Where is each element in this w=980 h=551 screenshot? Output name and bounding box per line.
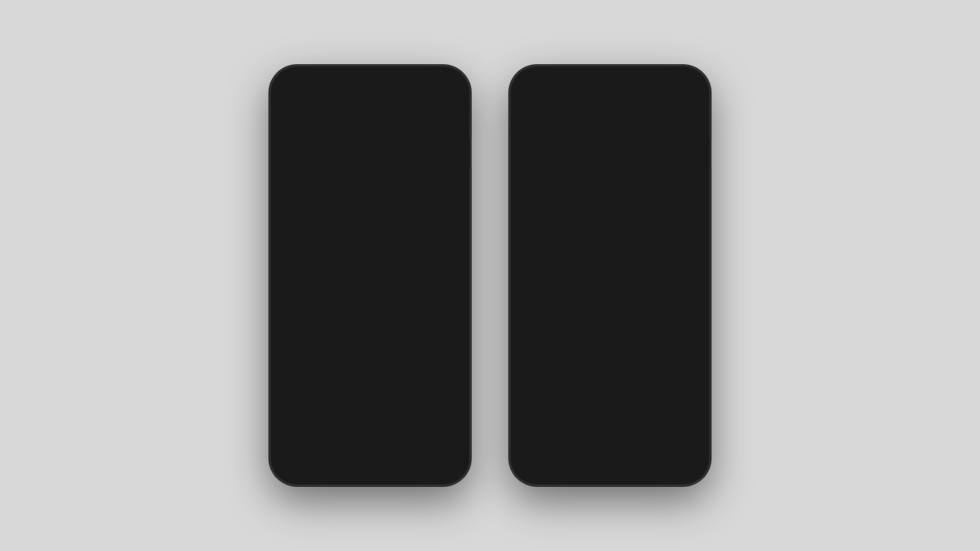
nav-posters-1[interactable]: POSTERS — [419, 441, 462, 454]
battery-fill-2 — [683, 80, 691, 83]
wifi-icon-1: wifi — [431, 79, 440, 85]
phone-1-screen: 海鮮飯店 東京 明星 ↙ 9:41 — [275, 70, 465, 481]
phone-1: 海鮮飯店 東京 明星 ↙ 9:41 — [271, 66, 470, 485]
loading-spinner-2 — [606, 121, 617, 132]
thumb-bridge-1[interactable]: 🌉 — [355, 391, 390, 427]
nav-library-1[interactable]: LIBRARY — [372, 441, 412, 454]
nav-scenes-2[interactable]: SCENES — [518, 441, 557, 454]
signal-bars-2 — [661, 79, 669, 85]
scene-label-2: MILLENNIUM FALCON — [569, 367, 651, 379]
cancel-button-2[interactable]: Cancel — [525, 97, 552, 107]
scene-label-1: METROPOLIS — [342, 367, 399, 379]
select-text-1: Select — [318, 406, 338, 413]
thumb-select-inner-2: Select — [591, 390, 629, 429]
thumb-bridge-inner-1: 🌉 — [356, 392, 389, 426]
tunnel-arch — [514, 70, 705, 223]
battery-icon-1 — [442, 79, 453, 85]
desert-emoji: 🏜️ — [691, 404, 702, 415]
thumb-desert-inner-2: 🏜️ — [679, 392, 705, 426]
signal-bar-2-2 — [663, 82, 665, 85]
signal-bar-2 — [423, 82, 425, 85]
thumb-bridge-inner-2: 🌉 — [549, 392, 582, 426]
thumb-desert-2[interactable]: 🏜️ — [678, 391, 705, 427]
carousel-2: ✨ 🌉 Select ⬛ 🏜️ — [514, 389, 705, 430]
hologram-lines — [544, 220, 676, 414]
signal-bar-1 — [421, 83, 423, 85]
nav-items-1: SCENES CAMERA LIBRARY POSTERS — [275, 441, 465, 454]
signal-bar-2-3 — [665, 80, 667, 85]
bottom-nav-2: SCENES CAMERA LIBRARY POSTERS — [514, 435, 705, 481]
status-icons-2: wifi — [661, 79, 693, 85]
thumb-robot-1[interactable]: 🤖 — [397, 391, 432, 427]
signal-bar-2-4 — [667, 79, 669, 85]
thumb-stormtrooper-2[interactable]: ⬛ — [636, 391, 672, 427]
battery-fill-1 — [444, 80, 445, 83]
status-icons-1: wifi — [421, 79, 453, 85]
neon-arrows: ↙ — [285, 111, 295, 126]
home-indicator-2 — [584, 475, 635, 478]
neon-sign-chinese-1: 海鮮飯店 — [439, 121, 455, 138]
time-1: 9:41 — [287, 78, 301, 86]
nav-camera-1[interactable]: CAMERA — [324, 441, 364, 454]
neon-sign-vertical-2: 明星 — [305, 142, 316, 150]
robot-emoji-1: 🤖 — [408, 403, 421, 415]
cancel-button-1[interactable]: Cancel — [285, 97, 312, 107]
wifi-icon-2: wifi — [671, 79, 680, 85]
signal-bar-4 — [427, 79, 429, 85]
camera-flip-icon-2 — [681, 100, 691, 110]
thumb-robot-inner-1: 🤖 — [398, 392, 431, 426]
bottom-nav-1: SCENES CAMERA LIBRARY POSTERS — [275, 435, 465, 481]
dark-emoji: ✨ — [518, 404, 529, 415]
signal-bar-3 — [425, 80, 427, 85]
bridge-emoji-2: 🌉 — [559, 403, 573, 416]
thumb-bridge-2[interactable]: 🌉 — [548, 391, 583, 427]
camera-flip-button-1[interactable] — [437, 96, 455, 114]
thumb-select-2[interactable]: Select — [590, 389, 630, 430]
nav-library-2[interactable]: LIBRARY — [611, 441, 652, 454]
bridge-emoji-1: 🌉 — [365, 402, 380, 416]
nav-posters-2[interactable]: POSTERS — [658, 441, 702, 454]
home-indicator-1 — [345, 475, 396, 478]
thumb-dark-inner-2: ✨ — [514, 392, 541, 426]
carousel-1: Select 🌉 🤖 — [275, 389, 465, 430]
battery-icon-2 — [682, 79, 693, 85]
thumb-dark-2[interactable]: ✨ — [514, 391, 542, 427]
camera-flip-button-2[interactable] — [677, 96, 695, 114]
phone-2: 9:41 wifi Cancel MILLEN — [510, 66, 709, 485]
building-3 — [430, 307, 465, 379]
signal-bar-2-1 — [661, 83, 663, 85]
nav-camera-2[interactable]: CAMERA — [564, 441, 604, 454]
time-2: 9:41 — [527, 78, 541, 86]
camera-flip-icon-1 — [441, 100, 451, 110]
signal-bars-1 — [421, 79, 429, 85]
thumb-select-1[interactable]: Select — [308, 389, 349, 430]
select-text-2: Select — [600, 406, 620, 413]
status-bar-2: 9:41 wifi — [527, 78, 693, 86]
thumb-select-inner-1: Select — [309, 390, 348, 429]
thumb-storm-inner: ⬛ — [638, 392, 671, 426]
storm-icon: ⬛ — [649, 404, 660, 415]
nav-scenes-1[interactable]: SCENES — [278, 441, 317, 454]
phone-2-screen: 9:41 wifi Cancel MILLEN — [514, 70, 705, 481]
status-bar-1: 9:41 wifi — [287, 78, 453, 86]
nav-items-2: SCENES CAMERA LIBRARY POSTERS — [514, 441, 705, 454]
